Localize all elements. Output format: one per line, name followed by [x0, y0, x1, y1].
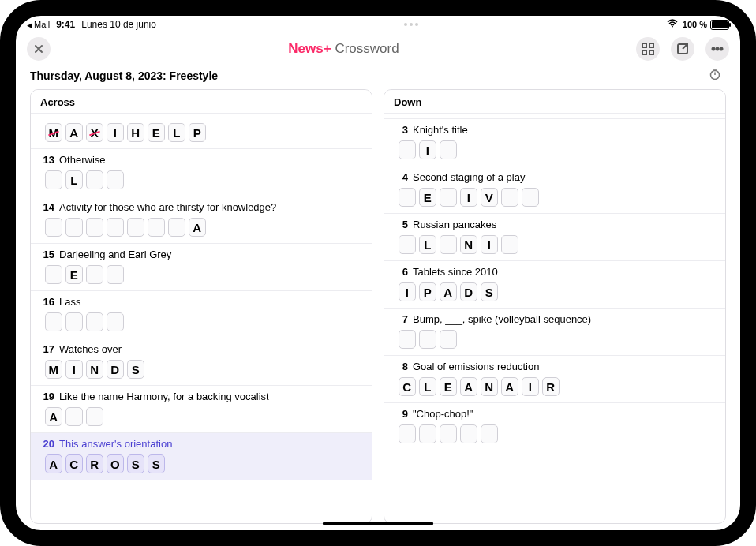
letter-cell[interactable]: [460, 424, 477, 443]
letter-cell[interactable]: R: [86, 454, 103, 473]
letter-cell[interactable]: [86, 265, 103, 284]
letter-cell[interactable]: O: [107, 454, 124, 473]
down-clue[interactable]: 5Russian pancakesLNI: [384, 213, 725, 260]
letter-cell[interactable]: E: [419, 188, 436, 207]
letter-cell[interactable]: [45, 170, 62, 189]
letter-cell[interactable]: [399, 140, 416, 159]
letter-cell[interactable]: I: [481, 235, 498, 254]
across-clue[interactable]: 13OtherwiseL: [31, 148, 372, 196]
more-button[interactable]: [705, 37, 729, 61]
letter-cell[interactable]: [65, 407, 83, 426]
across-clue[interactable]: 16Lass: [31, 290, 372, 338]
letter-cell[interactable]: [440, 235, 457, 254]
back-to-app[interactable]: Mail: [27, 20, 50, 29]
letter-cell[interactable]: I: [460, 188, 477, 207]
letter-cell[interactable]: A: [45, 407, 62, 426]
letter-cell[interactable]: [501, 235, 518, 254]
letter-cell[interactable]: [86, 218, 103, 237]
letter-cell[interactable]: [45, 312, 62, 331]
letter-cell[interactable]: L: [419, 235, 436, 254]
letter-cell[interactable]: E: [65, 265, 83, 284]
letter-cell[interactable]: M: [45, 123, 62, 142]
letter-cell[interactable]: [45, 265, 62, 284]
letter-cell[interactable]: [440, 424, 457, 443]
across-clue[interactable]: 14Activity for those who are thirsty for…: [31, 196, 372, 243]
down-clue[interactable]: 9"Chop-chop!": [384, 402, 725, 450]
timer-icon[interactable]: [709, 68, 726, 83]
letter-cell[interactable]: [399, 330, 416, 349]
letter-cell[interactable]: A: [501, 377, 518, 396]
letter-cell[interactable]: [419, 330, 436, 349]
letter-cell[interactable]: [399, 235, 416, 254]
letter-cell[interactable]: [440, 140, 457, 159]
letter-cell[interactable]: I: [65, 360, 83, 379]
letter-cell[interactable]: S: [127, 360, 144, 379]
down-clue[interactable]: 8Goal of emissions reductionCLEANAIR: [384, 355, 725, 402]
letter-cell[interactable]: S: [481, 282, 498, 301]
letter-cell[interactable]: [107, 170, 124, 189]
letter-cell[interactable]: N: [460, 235, 477, 254]
letter-cell[interactable]: [399, 188, 416, 207]
letter-cell[interactable]: [481, 424, 498, 443]
letter-cell[interactable]: D: [460, 282, 477, 301]
letter-cell[interactable]: I: [522, 377, 539, 396]
letter-cell[interactable]: P: [189, 123, 206, 142]
across-clue[interactable]: 20This answer's orientationACROSS: [31, 432, 372, 480]
letter-cell[interactable]: [127, 218, 144, 237]
letter-cell[interactable]: H: [127, 123, 144, 142]
home-indicator[interactable]: [323, 522, 433, 525]
letter-cell[interactable]: C: [65, 454, 83, 473]
across-clue[interactable]: 19Like the name Harmony, for a backing v…: [31, 385, 372, 432]
letter-cell[interactable]: [107, 312, 124, 331]
across-clue[interactable]: 15Darjeeling and Earl GreyE: [31, 243, 372, 290]
letter-cell[interactable]: [501, 188, 518, 207]
letter-cell[interactable]: [65, 312, 83, 331]
letter-cell[interactable]: M: [45, 360, 62, 379]
letter-cell[interactable]: I: [419, 140, 436, 159]
letter-cell[interactable]: [45, 218, 62, 237]
letter-cell[interactable]: [440, 330, 457, 349]
letter-cell[interactable]: L: [168, 123, 185, 142]
letter-cell[interactable]: I: [399, 282, 416, 301]
letter-cell[interactable]: N: [481, 377, 498, 396]
down-clue[interactable]: 7Bump, ___, spike (volleyball sequence): [384, 308, 725, 355]
letter-cell[interactable]: S: [148, 454, 165, 473]
letter-cell[interactable]: [86, 407, 103, 426]
letter-cell[interactable]: [522, 188, 539, 207]
letter-cell[interactable]: [399, 424, 416, 443]
letter-cell[interactable]: N: [86, 360, 103, 379]
letter-cell[interactable]: [107, 218, 124, 237]
letter-cell[interactable]: [440, 188, 457, 207]
letter-cell[interactable]: A: [189, 218, 206, 237]
letter-cell[interactable]: V: [481, 188, 498, 207]
down-clue[interactable]: 4Second staging of a playEIV: [384, 166, 725, 213]
close-button[interactable]: [27, 37, 51, 61]
letter-cell[interactable]: A: [65, 123, 83, 142]
letter-cell[interactable]: C: [399, 377, 416, 396]
across-clue[interactable]: 17Watches overMINDS: [31, 338, 372, 385]
letter-cell[interactable]: L: [65, 170, 83, 189]
grid-view-button[interactable]: [636, 37, 660, 61]
multitask-dots[interactable]: [156, 23, 667, 26]
letter-cell[interactable]: R: [542, 377, 560, 396]
letter-cell[interactable]: A: [460, 377, 477, 396]
down-clue[interactable]: 3Knight's titleI: [384, 118, 725, 166]
letter-cell[interactable]: [86, 312, 103, 331]
letter-cell[interactable]: [168, 218, 185, 237]
letter-cell[interactable]: E: [440, 377, 457, 396]
down-clue[interactable]: 6Tablets since 2010IPADS: [384, 260, 725, 308]
letter-cell[interactable]: L: [419, 377, 436, 396]
letter-cell[interactable]: E: [148, 123, 165, 142]
letter-cell[interactable]: S: [127, 454, 144, 473]
letter-cell[interactable]: I: [107, 123, 124, 142]
letter-cell[interactable]: [86, 170, 103, 189]
letter-cell[interactable]: A: [45, 454, 62, 473]
letter-cell[interactable]: [107, 265, 124, 284]
letter-cell[interactable]: [148, 218, 165, 237]
letter-cell[interactable]: P: [419, 282, 436, 301]
letter-cell[interactable]: [419, 424, 436, 443]
letter-cell[interactable]: [65, 218, 83, 237]
letter-cell[interactable]: X: [86, 123, 103, 142]
export-button[interactable]: [671, 37, 694, 61]
across-clue[interactable]: MAXIHELP: [31, 113, 372, 148]
